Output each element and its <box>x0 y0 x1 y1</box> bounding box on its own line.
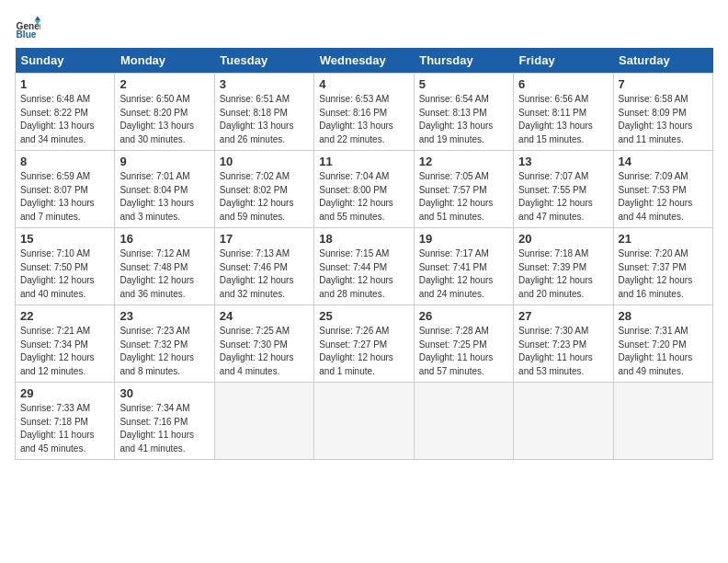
day-info: Sunrise: 7:10 AMSunset: 7:50 PMDaylight:… <box>20 248 95 299</box>
day-info: Sunrise: 7:12 AMSunset: 7:48 PMDaylight:… <box>119 248 194 299</box>
weekday-header-thursday: Thursday <box>414 48 513 74</box>
svg-marker-2 <box>35 17 40 21</box>
day-number: 25 <box>319 309 408 323</box>
day-number: 5 <box>419 77 508 91</box>
day-info: Sunrise: 6:48 AMSunset: 8:22 PMDaylight:… <box>20 94 95 144</box>
day-cell-20: 20 Sunrise: 7:18 AMSunset: 7:39 PMDaylig… <box>514 228 613 305</box>
day-info: Sunrise: 6:56 AMSunset: 8:11 PMDaylight:… <box>518 94 593 144</box>
day-number: 7 <box>619 77 708 91</box>
day-cell-25: 25 Sunrise: 7:26 AMSunset: 7:27 PMDaylig… <box>314 305 414 383</box>
day-cell-4: 4 Sunrise: 6:53 AMSunset: 8:16 PMDayligh… <box>314 74 414 151</box>
day-number: 13 <box>518 155 608 168</box>
day-info: Sunrise: 7:02 AMSunset: 8:02 PMDaylight:… <box>220 171 294 222</box>
day-info: Sunrise: 7:20 AMSunset: 7:37 PMDaylight:… <box>619 248 693 299</box>
day-number: 8 <box>20 155 109 168</box>
day-info: Sunrise: 6:50 AMSunset: 8:20 PMDaylight:… <box>119 94 194 144</box>
day-cell-3: 3 Sunrise: 6:51 AMSunset: 8:18 PMDayligh… <box>214 74 313 151</box>
day-number: 18 <box>319 232 408 246</box>
day-cell-11: 11 Sunrise: 7:04 AMSunset: 8:00 PMDaylig… <box>314 151 414 228</box>
day-cell-7: 7 Sunrise: 6:58 AMSunset: 8:09 PMDayligh… <box>613 74 712 151</box>
weekday-header-friday: Friday <box>514 48 613 74</box>
empty-cell <box>514 383 613 460</box>
empty-cell <box>214 383 313 460</box>
day-info: Sunrise: 7:01 AMSunset: 8:04 PMDaylight:… <box>119 171 194 222</box>
weekday-header-tuesday: Tuesday <box>214 48 313 74</box>
day-cell-26: 26 Sunrise: 7:28 AMSunset: 7:25 PMDaylig… <box>414 305 513 383</box>
day-cell-13: 13 Sunrise: 7:07 AMSunset: 7:55 PMDaylig… <box>514 151 613 228</box>
day-info: Sunrise: 7:17 AMSunset: 7:41 PMDaylight:… <box>419 248 494 299</box>
day-cell-28: 28 Sunrise: 7:31 AMSunset: 7:20 PMDaylig… <box>613 305 712 383</box>
day-number: 6 <box>518 77 608 91</box>
day-info: Sunrise: 7:28 AMSunset: 7:25 PMDaylight:… <box>419 326 494 376</box>
day-info: Sunrise: 6:51 AMSunset: 8:18 PMDaylight:… <box>220 94 294 144</box>
day-info: Sunrise: 6:59 AMSunset: 8:07 PMDaylight:… <box>20 171 95 222</box>
logo-icon: General Blue <box>15 15 40 40</box>
day-info: Sunrise: 7:09 AMSunset: 7:53 PMDaylight:… <box>619 171 693 222</box>
day-cell-1: 1 Sunrise: 6:48 AMSunset: 8:22 PMDayligh… <box>16 74 115 151</box>
day-number: 3 <box>220 77 309 91</box>
day-info: Sunrise: 7:07 AMSunset: 7:55 PMDaylight:… <box>518 171 593 222</box>
day-info: Sunrise: 7:18 AMSunset: 7:39 PMDaylight:… <box>518 248 593 299</box>
svg-text:Blue: Blue <box>17 29 37 40</box>
calendar-row: 1 Sunrise: 6:48 AMSunset: 8:22 PMDayligh… <box>16 74 713 151</box>
day-info: Sunrise: 7:21 AMSunset: 7:34 PMDaylight:… <box>20 326 95 376</box>
day-cell-24: 24 Sunrise: 7:25 AMSunset: 7:30 PMDaylig… <box>214 305 313 383</box>
weekday-header-sunday: Sunday <box>16 48 115 74</box>
day-info: Sunrise: 7:15 AMSunset: 7:44 PMDaylight:… <box>319 248 393 299</box>
day-info: Sunrise: 7:34 AMSunset: 7:16 PMDaylight:… <box>119 403 194 454</box>
logo: General Blue <box>15 15 44 40</box>
calendar-row: 29 Sunrise: 7:33 AMSunset: 7:18 PMDaylig… <box>16 383 713 460</box>
day-number: 23 <box>119 309 209 323</box>
day-number: 9 <box>119 155 209 168</box>
day-cell-19: 19 Sunrise: 7:17 AMSunset: 7:41 PMDaylig… <box>414 228 513 305</box>
day-cell-23: 23 Sunrise: 7:23 AMSunset: 7:32 PMDaylig… <box>115 305 214 383</box>
empty-cell <box>613 383 712 460</box>
day-info: Sunrise: 6:58 AMSunset: 8:09 PMDaylight:… <box>619 94 693 144</box>
empty-cell <box>314 383 414 460</box>
day-cell-22: 22 Sunrise: 7:21 AMSunset: 7:34 PMDaylig… <box>16 305 115 383</box>
day-cell-17: 17 Sunrise: 7:13 AMSunset: 7:46 PMDaylig… <box>214 228 313 305</box>
weekday-header-saturday: Saturday <box>613 48 712 74</box>
day-cell-30: 30 Sunrise: 7:34 AMSunset: 7:16 PMDaylig… <box>115 383 214 460</box>
day-info: Sunrise: 7:25 AMSunset: 7:30 PMDaylight:… <box>220 326 294 376</box>
day-cell-15: 15 Sunrise: 7:10 AMSunset: 7:50 PMDaylig… <box>16 228 115 305</box>
day-info: Sunrise: 7:23 AMSunset: 7:32 PMDaylight:… <box>119 326 194 376</box>
day-info: Sunrise: 7:33 AMSunset: 7:18 PMDaylight:… <box>20 403 95 454</box>
day-number: 27 <box>518 309 608 323</box>
day-number: 19 <box>419 232 508 246</box>
day-cell-16: 16 Sunrise: 7:12 AMSunset: 7:48 PMDaylig… <box>115 228 214 305</box>
day-number: 16 <box>119 232 209 246</box>
page-header: General Blue <box>15 15 713 40</box>
day-number: 12 <box>419 155 508 168</box>
calendar-row: 22 Sunrise: 7:21 AMSunset: 7:34 PMDaylig… <box>16 305 713 383</box>
day-cell-6: 6 Sunrise: 6:56 AMSunset: 8:11 PMDayligh… <box>514 74 613 151</box>
weekday-header-wednesday: Wednesday <box>314 48 414 74</box>
day-number: 26 <box>419 309 508 323</box>
day-number: 28 <box>619 309 708 323</box>
calendar-row: 15 Sunrise: 7:10 AMSunset: 7:50 PMDaylig… <box>16 228 713 305</box>
weekday-header-monday: Monday <box>115 48 214 74</box>
empty-cell <box>414 383 513 460</box>
day-info: Sunrise: 6:54 AMSunset: 8:13 PMDaylight:… <box>419 94 494 144</box>
day-cell-10: 10 Sunrise: 7:02 AMSunset: 8:02 PMDaylig… <box>214 151 313 228</box>
day-cell-21: 21 Sunrise: 7:20 AMSunset: 7:37 PMDaylig… <box>613 228 712 305</box>
day-info: Sunrise: 7:30 AMSunset: 7:23 PMDaylight:… <box>518 326 593 376</box>
day-number: 24 <box>220 309 309 323</box>
day-number: 20 <box>518 232 608 246</box>
day-number: 21 <box>619 232 708 246</box>
day-cell-12: 12 Sunrise: 7:05 AMSunset: 7:57 PMDaylig… <box>414 151 513 228</box>
day-number: 4 <box>319 77 408 91</box>
calendar-table: SundayMondayTuesdayWednesdayThursdayFrid… <box>15 48 713 460</box>
day-cell-29: 29 Sunrise: 7:33 AMSunset: 7:18 PMDaylig… <box>16 383 115 460</box>
day-cell-27: 27 Sunrise: 7:30 AMSunset: 7:23 PMDaylig… <box>514 305 613 383</box>
day-number: 22 <box>20 309 109 323</box>
day-number: 15 <box>20 232 109 246</box>
day-cell-18: 18 Sunrise: 7:15 AMSunset: 7:44 PMDaylig… <box>314 228 414 305</box>
day-cell-8: 8 Sunrise: 6:59 AMSunset: 8:07 PMDayligh… <box>16 151 115 228</box>
day-cell-5: 5 Sunrise: 6:54 AMSunset: 8:13 PMDayligh… <box>414 74 513 151</box>
day-info: Sunrise: 7:31 AMSunset: 7:20 PMDaylight:… <box>619 326 693 376</box>
day-number: 30 <box>119 386 209 400</box>
day-number: 14 <box>619 155 708 168</box>
day-cell-9: 9 Sunrise: 7:01 AMSunset: 8:04 PMDayligh… <box>115 151 214 228</box>
day-info: Sunrise: 6:53 AMSunset: 8:16 PMDaylight:… <box>319 94 393 144</box>
